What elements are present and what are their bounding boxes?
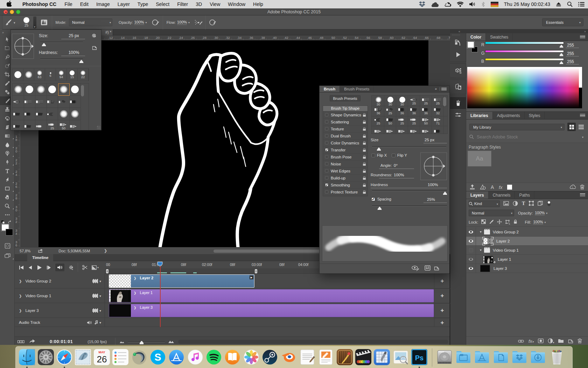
checkbox-unchecked[interactable] [325, 169, 328, 172]
tab-adjustments[interactable]: Adjustments [493, 112, 525, 119]
next-frame-button[interactable] [44, 264, 53, 271]
checkbox-checked[interactable] [325, 183, 328, 186]
brush-tip[interactable]: 36 [372, 107, 384, 117]
render-video-button[interactable] [18, 340, 24, 344]
dock-app-final-cut-pro[interactable] [355, 349, 372, 366]
spacing-option[interactable]: Spacing [371, 197, 391, 201]
dock-app-mail[interactable] [75, 349, 91, 366]
brush-tip[interactable] [58, 96, 70, 108]
recent-brush-tip[interactable]: 6 [45, 69, 56, 81]
filter-smart-objects-icon[interactable] [538, 201, 543, 206]
menu-help[interactable]: Help [249, 1, 267, 7]
opacity-chevron-icon[interactable]: ▾ [546, 212, 547, 215]
spectrum-white-swatch[interactable] [579, 67, 582, 88]
blend-mode-select[interactable]: Normal▾ [469, 210, 514, 216]
track-expand-chevron[interactable]: ❯ [19, 279, 22, 283]
previous-frame-button[interactable] [26, 264, 35, 271]
filter-kind-select[interactable]: Kind▾ [469, 200, 500, 207]
layer-name[interactable]: Layer 3 [493, 266, 507, 271]
dock-app-app-store[interactable] [168, 349, 185, 366]
group-expand-chevron[interactable]: ▼ [479, 231, 482, 233]
tips-scrollbar[interactable] [443, 97, 446, 106]
apple-menu-icon[interactable] [7, 1, 12, 8]
lock-icon[interactable] [363, 190, 366, 194]
track-name[interactable]: Layer 3 [25, 308, 92, 313]
workspace-switcher[interactable]: Essentials▾ [542, 18, 583, 26]
recent-brush-tip[interactable]: 22 [78, 69, 89, 81]
brush-tip[interactable] [432, 127, 444, 134]
hand-tool[interactable] [0, 193, 15, 202]
delete-library-item-button[interactable] [580, 184, 584, 190]
status-chevron-icon[interactable]: ❯ [104, 248, 107, 253]
lock-icon[interactable] [363, 155, 366, 159]
recent-brush-tip[interactable]: 63 [34, 69, 45, 81]
brush-tip[interactable] [35, 96, 47, 108]
lock-icon[interactable] [363, 120, 366, 124]
clip-layer-1[interactable]: ❯Layer 1 [109, 289, 434, 302]
timeline-horizontal-scrollbar[interactable] [178, 340, 448, 344]
tab-layers[interactable]: Layers [466, 191, 489, 199]
clip-layer-3[interactable]: ❯Layer 3 [109, 304, 434, 317]
dock-app-steam[interactable] [262, 349, 278, 366]
foreground-color-well[interactable] [467, 41, 474, 48]
gradient-tool[interactable] [0, 131, 15, 140]
lock-pixels-button[interactable] [489, 219, 494, 225]
doc-size-info[interactable]: Doc: 5,93M/6,55M [58, 249, 90, 253]
checkbox-unchecked[interactable] [325, 155, 328, 158]
delete-layer-button[interactable] [578, 338, 582, 344]
lock-icon[interactable] [363, 127, 366, 131]
brush-setting-texture[interactable]: Texture [323, 125, 368, 132]
link-layers-button[interactable] [518, 339, 524, 343]
popup-hardness-slider[interactable] [40, 59, 83, 60]
minimize-window-button[interactable] [10, 10, 14, 14]
zoom-level[interactable]: 57,8% [20, 249, 30, 253]
background-color-swatch[interactable] [6, 229, 13, 236]
layer-thumbnail[interactable] [483, 238, 493, 245]
brush-preview-dropdown[interactable]: ▾ [33, 16, 36, 28]
brush-tip[interactable] [13, 96, 24, 108]
tab-paths[interactable]: Paths [515, 191, 534, 199]
texture-options-button[interactable] [425, 265, 430, 272]
tool-presets-panel-button[interactable] [450, 109, 466, 121]
tab-brush[interactable]: Brush [320, 86, 340, 92]
track-options-chevron[interactable]: ▾ [99, 279, 101, 283]
brush-tip[interactable]: 32 [432, 107, 444, 117]
brush-tip[interactable]: 50 [384, 116, 396, 127]
brush-tip[interactable]: 50 [420, 116, 432, 127]
lock-artboard-button[interactable] [505, 219, 510, 225]
track-expand-chevron[interactable]: ❯ [19, 309, 22, 313]
zoom-window-button[interactable] [16, 10, 20, 14]
bp-size-slider[interactable] [372, 146, 446, 147]
brush-tip[interactable] [35, 120, 47, 130]
zoom-in-timeline-icon[interactable] [168, 340, 174, 344]
rectangle-tool[interactable] [0, 184, 15, 193]
new-group-button[interactable] [558, 339, 564, 344]
color-spectrum-ramp[interactable] [467, 67, 582, 108]
brush-tip[interactable]: 71 [432, 116, 444, 127]
smoothing-button[interactable] [209, 15, 216, 29]
layer-effects-button[interactable]: fx▾ [528, 339, 534, 344]
popup-size-value[interactable]: 25 px [63, 33, 84, 38]
mute-audio-button[interactable] [55, 264, 64, 271]
lock-icon[interactable] [363, 113, 366, 117]
brush-setting-color-dynamics[interactable]: Color Dynamics [323, 139, 368, 146]
track-options-chevron[interactable]: ▾ [99, 294, 101, 298]
fill-chevron-icon[interactable]: ▾ [545, 221, 546, 224]
libraries-panel-menu-icon[interactable] [580, 114, 585, 117]
visibility-toggle[interactable] [466, 237, 476, 246]
track-options-chevron[interactable]: ▾ [99, 309, 101, 313]
filter-type-layers-icon[interactable]: T [522, 201, 525, 206]
channel-slider-thumb[interactable] [559, 61, 564, 64]
brush-tip[interactable] [24, 108, 36, 120]
brush-tip[interactable] [58, 83, 70, 96]
tab-libraries[interactable]: Libraries [466, 112, 493, 119]
bp-hardness-slider-thumb[interactable] [443, 191, 447, 195]
zoom-out-timeline-icon[interactable] [120, 340, 124, 344]
filter-adjustment-layers-icon[interactable] [513, 201, 518, 207]
bp-angle-value[interactable]: 0° [394, 163, 398, 168]
dodge-tool[interactable] [0, 149, 15, 158]
brush-setting-noise[interactable]: Noise [323, 160, 368, 167]
brush-tip[interactable]: 36 [420, 107, 432, 117]
screen-mode-button[interactable] [0, 252, 15, 260]
checkbox-unchecked[interactable] [325, 176, 328, 179]
